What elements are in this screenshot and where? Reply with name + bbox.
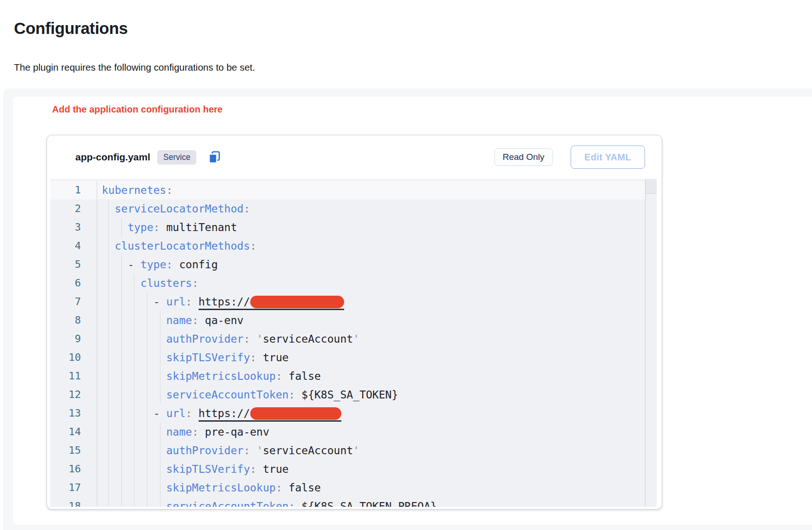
line-number: 3 xyxy=(50,218,97,237)
line-content: authProvider: 'serviceAccount' xyxy=(97,330,645,348)
code-line: 3 type: multiTenant xyxy=(50,218,645,237)
code-line: 16 skipTLSVerify: true xyxy=(50,460,645,478)
editor-scrollbar[interactable] xyxy=(645,179,657,507)
line-number: 18 xyxy=(50,497,97,507)
code-line: 11 skipMetricsLookup: false xyxy=(50,367,645,385)
line-number: 10 xyxy=(50,348,97,367)
content-section: Add the application configuration here a… xyxy=(3,88,812,530)
line-content: skipTLSVerify: true xyxy=(97,348,645,367)
content-card: Add the application configuration here a… xyxy=(13,97,812,525)
indent-guide xyxy=(108,460,109,478)
indent-guide xyxy=(147,497,147,507)
line-content: - url: https:// xyxy=(97,292,645,311)
indent-guide xyxy=(121,311,122,330)
service-badge: Service xyxy=(157,150,196,165)
line-number: 16 xyxy=(50,460,97,478)
indent-guide xyxy=(147,330,147,348)
indent-guide xyxy=(108,255,109,274)
code-line: 7 - url: https:// xyxy=(50,292,645,311)
code-line: 15 authProvider: 'serviceAccount' xyxy=(50,441,645,460)
indent-guide xyxy=(108,311,109,330)
indent-guide xyxy=(160,330,160,348)
indent-guide xyxy=(108,237,109,255)
indent-guide xyxy=(160,460,160,478)
line-content: serviceAccountToken: ${K8S_SA_TOKEN} xyxy=(97,385,645,404)
yaml-editor-panel: app-config.yaml Service Read Only Edit Y… xyxy=(47,135,662,510)
indent-guide xyxy=(134,423,134,441)
redacted-url xyxy=(250,407,341,420)
indent-guide xyxy=(134,404,134,423)
line-content: clusters: xyxy=(97,274,645,292)
indent-guide xyxy=(134,311,134,330)
code-line: 18 serviceAccountToken: ${K8S_SA_TOKEN_P… xyxy=(50,497,645,507)
indent-guide xyxy=(134,478,134,497)
line-number: 17 xyxy=(50,478,97,497)
indent-guide xyxy=(121,497,122,507)
indent-guide xyxy=(134,330,134,348)
indent-guide xyxy=(121,385,122,404)
code-line: 4 clusterLocatorMethods: xyxy=(50,237,645,255)
line-content: - url: https:// xyxy=(97,404,645,423)
code-line: 17 skipMetricsLookup: false xyxy=(50,478,645,497)
indent-guide xyxy=(134,497,134,507)
code-line: 1kubernetes: xyxy=(50,181,645,199)
line-number: 7 xyxy=(50,292,97,311)
indent-guide xyxy=(108,385,109,404)
line-content: name: qa-env xyxy=(97,311,645,330)
line-content: authProvider: 'serviceAccount' xyxy=(97,441,645,460)
page-title: Configurations xyxy=(14,19,128,38)
code-line: 12 serviceAccountToken: ${K8S_SA_TOKEN} xyxy=(50,385,645,404)
editor-header: app-config.yaml Service Read Only Edit Y… xyxy=(47,135,662,179)
line-content: serviceLocatorMethod: xyxy=(97,199,645,218)
line-number: 13 xyxy=(50,404,97,423)
indent-guide xyxy=(134,441,134,460)
indent-guide xyxy=(134,292,134,311)
code-line: 6 clusters: xyxy=(50,274,645,292)
indent-guide xyxy=(147,348,147,367)
indent-guide xyxy=(121,255,122,274)
indent-guide xyxy=(121,348,122,367)
indent-guide xyxy=(147,460,147,478)
indent-guide xyxy=(160,423,160,441)
code-line: 13 - url: https:// xyxy=(50,404,645,423)
line-number: 8 xyxy=(50,311,97,330)
code-line: 10 skipTLSVerify: true xyxy=(50,348,645,367)
indent-guide xyxy=(121,274,122,292)
scrollbar-thumb[interactable] xyxy=(646,179,657,194)
code-line: 2 serviceLocatorMethod: xyxy=(50,199,645,218)
code-line: 14 name: pre-qa-env xyxy=(50,423,645,441)
indent-guide xyxy=(134,348,134,367)
line-content: name: pre-qa-env xyxy=(97,423,645,441)
read-only-button[interactable]: Read Only xyxy=(494,148,553,166)
line-number: 14 xyxy=(50,423,97,441)
indent-guide xyxy=(121,478,122,497)
indent-guide xyxy=(147,311,147,330)
indent-guide xyxy=(121,423,122,441)
line-number: 1 xyxy=(50,181,97,199)
indent-guide xyxy=(147,441,147,460)
line-number: 12 xyxy=(50,385,97,404)
line-number: 15 xyxy=(50,441,97,460)
indent-guide xyxy=(134,385,134,404)
indent-guide xyxy=(121,404,122,423)
line-content: clusterLocatorMethods: xyxy=(97,237,645,255)
line-content: skipTLSVerify: true xyxy=(97,460,645,478)
copy-icon[interactable] xyxy=(208,151,220,164)
indent-guide xyxy=(121,218,122,237)
line-content: serviceAccountToken: ${K8S_SA_TOKEN_PREQ… xyxy=(97,497,645,507)
indent-guide xyxy=(160,367,160,385)
indent-guide xyxy=(147,292,147,311)
edit-yaml-button[interactable]: Edit YAML xyxy=(571,146,646,169)
line-number: 9 xyxy=(50,330,97,348)
indent-guide xyxy=(134,367,134,385)
indent-guide xyxy=(108,423,109,441)
indent-guide xyxy=(108,404,109,423)
indent-guide xyxy=(121,330,122,348)
indent-guide xyxy=(134,274,134,292)
indent-guide xyxy=(121,441,122,460)
line-content: - type: config xyxy=(97,255,645,274)
code-lines: 1kubernetes:2 serviceLocatorMethod:3 typ… xyxy=(50,179,645,507)
line-content: skipMetricsLookup: false xyxy=(97,367,645,385)
code-editor[interactable]: 1kubernetes:2 serviceLocatorMethod:3 typ… xyxy=(50,179,657,507)
indent-guide xyxy=(147,478,147,497)
